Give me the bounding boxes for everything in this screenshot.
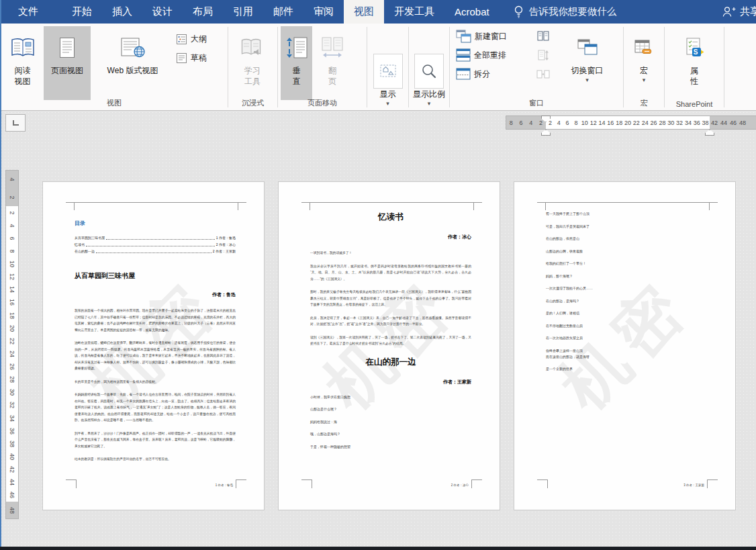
ruler-number: 4 [526,120,536,126]
paragraph: 长妈妈曾经讲给我一个故事听：先前，有一个读书人住在古庙里用功，晚间，在院子里纳凉… [75,392,236,424]
ruler-number: 34 [684,120,693,126]
margin-crop-mark [707,479,718,488]
group-separator [408,27,409,107]
switch-windows-button[interactable]: 切换窗口 [555,26,619,100]
ribbon-tab[interactable]: 视图 [344,0,384,24]
page-body: 有一天我终于爬上了那个山顶可是，我却几乎是哭着回来了在山的那边，依然是山山那边的… [546,202,707,476]
reset-window-position-icon[interactable] [535,66,551,81]
ruler-number: 4 [9,173,15,185]
arrange-all-icon [456,48,471,62]
ribbon-tab[interactable]: 文件 [5,0,51,24]
new-window-button[interactable]: 新建窗口 [454,29,509,44]
paragraph: 那时，我的舅父杨子敬先生每天晚饭后必给我们几个表兄妹讲一段《三国演义》，我听得津… [310,289,471,308]
paragraph: 到半夜，果然来了，沙沙沙！门外像是风雨声。他正抖作一团时，却听得豁的一声，一道金… [75,430,236,450]
horizontal-ruler-right-margin: 42444648 [710,116,756,130]
hanging-indent-marker[interactable] [541,130,551,136]
ribbon-tab[interactable]: 布局 [183,0,223,24]
read-mode-icon [10,30,36,65]
paragraph: 一谈到读书，我的话就多了！ [310,250,471,257]
ribbon-tab[interactable]: 插入 [102,0,142,24]
paragraph: 结末的教训是：所以倘有陌生的声音叫你的名字，你万不可答应他。 [75,456,236,463]
group-label-views: 视图 [2,98,226,108]
properties-button[interactable]: S 属性 [679,26,709,100]
ruler-number: 48 [9,504,15,516]
ribbon-tab[interactable]: 开发工具 [384,0,444,24]
side-to-side-icon [320,30,344,65]
macros-button[interactable]: 宏 [629,26,659,100]
poem-line: 在不停地翻过无数座山后 [546,324,707,328]
group-separator [367,27,367,107]
tab-stop-selector[interactable] [5,114,26,132]
page-body: 忆读书作者：冰心一谈到读书，我的话就多了！我自从会认字后不到几年，就开始读书。倒… [310,202,471,476]
ribbon-tab[interactable]: 邮件 [263,0,303,24]
ruler-number: 48 [738,120,747,126]
learning-tools-icon [240,30,265,65]
group-sharepoint: S 属性 SharePoint [665,24,723,110]
ribbon-tab[interactable]: Acrobat [444,0,500,24]
ruler-number: 30 [9,386,15,398]
document-page[interactable]: 机密有一天我终于爬上了那个山顶可是，我却几乎是哭着回来了在山的那边，依然是山山那… [514,181,736,510]
ribbon-tab[interactable]: 引用 [223,0,263,24]
ribbon-tab[interactable]: 审阅 [303,0,344,24]
split-button[interactable]: 拆分 [454,66,492,81]
properties-label: 属性 [689,65,700,87]
group-separator [724,27,724,107]
document-page[interactable]: 机密目录从百草园到三味书屋1 作者：鲁迅忆读书2 作者：冰心在山的那一边2 作者… [42,181,265,510]
synchronous-scrolling-icon[interactable] [535,48,551,62]
tell-me-box[interactable]: 告诉我你想要做什么 [513,0,617,24]
toc-entry-page-author: 2 作者：王家新 [213,248,236,255]
ruler-number: 14 [598,120,606,126]
zoom-button[interactable]: 显示比例 [410,50,448,124]
switch-windows-label: 切换窗口 [571,65,604,76]
article-title: 从百草园到三味书屋 [75,271,236,281]
toc-entry: 在山的那一边2 作者：王家新 [75,248,236,255]
group-separator [623,27,624,107]
paragraph: 我自从会认字后不到几年，就开始读书。倒不是四岁时读母亲教给我的商务印书馆出版的国… [310,263,471,283]
paragraph: 我家的后面有一个很大的园，相传叫作百草园。现在是早已并屋子一起卖给朱文公的子孙了… [75,308,236,333]
properties-icon: S [684,30,704,65]
zoom-label: 显示比例 [413,89,445,99]
outline-icon [176,34,187,45]
side-to-side-button[interactable]: 翻页 [316,26,349,100]
arrange-all-label: 全部重排 [474,50,506,61]
ribbon-tab[interactable]: 设计 [142,0,183,24]
group-label-immersive: 沉浸式 [229,98,277,108]
new-window-label: 新建窗口 [475,31,507,42]
ruler-number: 24 [641,120,649,126]
ruler-number: 6 [9,232,15,244]
poem-line: 是的！人们啊，请相信 [546,311,707,315]
draft-button[interactable]: 草稿 [174,50,209,65]
group-separator [277,27,278,107]
print-layout-button[interactable]: 页面视图 [44,26,91,100]
poem-line: 在山的那边，依然是山 [546,236,707,240]
learning-tools-label: 学习工具 [243,65,263,87]
arrange-all-button[interactable]: 全部重排 [454,48,508,62]
read-mode-button[interactable]: 阅读视图 [3,26,42,100]
ruler-number: 36 [9,425,15,437]
ribbon-tab[interactable]: 开始 [62,0,102,24]
vertical-button[interactable]: 垂直 [281,26,312,100]
document-page[interactable]: 机密忆读书作者：冰心一谈到读书，我的话就多了！我自从会认字后不到几年，就开始读书… [278,181,500,510]
outline-label: 大纲 [191,34,207,45]
ruler-number: 12 [9,271,15,283]
toc-entry-page-author: 2 作者：冰心 [216,241,236,248]
web-layout-button[interactable]: Web 版式视图 [93,26,173,100]
outline-button[interactable]: 大纲 [174,32,209,46]
tell-me-label: 告诉我你想要做什么 [529,5,617,18]
group-separator [449,27,450,107]
toc-entry-title: 在山的那一边 [75,248,95,255]
split-label: 拆分 [474,68,490,80]
ruler-number: 28 [9,373,15,385]
poem-line: 在山的那边，是海吗？ [546,299,707,303]
ruler-number: 4 [555,120,563,126]
learning-tools-button[interactable]: 学习工具 [233,26,272,100]
share-button[interactable]: 共享 [722,0,756,24]
macros-label: 宏 [640,65,648,76]
ruler-number: 24 [9,348,15,360]
ruler-number: 4 [9,220,15,232]
show-button[interactable]: 显示 [369,50,407,124]
ruler-number: 18 [615,120,624,126]
view-side-by-side-icon[interactable] [535,29,551,44]
right-indent-marker[interactable] [705,130,714,136]
document-canvas[interactable]: 8642 2468101214161820222426283032343638 … [0,111,756,550]
